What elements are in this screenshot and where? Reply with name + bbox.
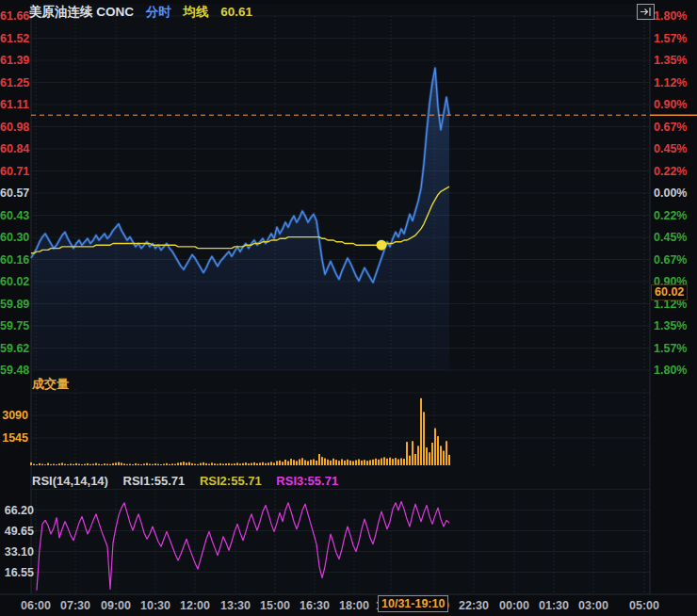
volume-axis-label: 3090: [0, 409, 28, 422]
time-axis-label: 18:00: [339, 599, 369, 612]
percent-axis-label: 0.45%: [654, 231, 687, 244]
percent-axis-label: 1.12%: [654, 76, 687, 89]
rsi-axis-label: 16.55: [0, 566, 34, 579]
price-axis-label: 61.25: [0, 76, 28, 89]
price-axis-label: 59.89: [0, 298, 28, 311]
rsi1-value: RSI1:55.71: [123, 474, 186, 488]
time-axis-label: 12:00: [180, 599, 210, 612]
price-axis-label: 59.62: [0, 342, 28, 355]
time-axis-label: 15:00: [260, 599, 290, 612]
volume-axis-label: 1545: [0, 431, 28, 445]
rsi-axis-label: 33.10: [0, 545, 34, 559]
price-axis-label: 61.11: [0, 98, 28, 111]
time-axis-label: 01:30: [539, 599, 569, 612]
percent-axis-label: 0.67%: [654, 121, 687, 134]
time-axis-label: 03:00: [578, 599, 608, 612]
price-tag-60-02: 60.02: [651, 284, 688, 300]
percent-axis-label: 0.67%: [654, 253, 687, 267]
time-axis-label: 16:30: [300, 599, 330, 612]
time-axis-label: 07:30: [60, 599, 90, 612]
ma-value: 60.61: [220, 5, 252, 19]
rsi-panel-header: RSI(14,14,14) RSI1:55.71 RSI2:55.71 RSI3…: [32, 474, 349, 488]
price-axis-label: 61.66: [0, 9, 28, 23]
price-axis-label: 60.30: [0, 231, 28, 244]
chart-header: 美原油连续 CONC 分时 均线 60.61: [29, 4, 261, 21]
percent-axis-label: 0.00%: [654, 186, 687, 200]
time-axis-label: 22:30: [459, 599, 489, 612]
percent-axis-label: 1.80%: [654, 9, 687, 23]
percent-axis-label: 1.35%: [654, 54, 687, 67]
time-axis-label: 05:00: [629, 599, 659, 612]
rsi-params-label: RSI(14,14,14): [32, 474, 108, 488]
time-axis-label: 09:00: [101, 599, 131, 612]
price-axis-label: 60.84: [0, 142, 28, 155]
percent-axis-label: 1.57%: [654, 32, 687, 45]
percent-axis-label: 1.57%: [654, 342, 687, 355]
price-axis-label: 60.71: [0, 165, 28, 178]
percent-axis-label: 1.80%: [654, 364, 687, 377]
current-time-tag: 10/31-19:10: [378, 595, 448, 612]
rsi-axis-label: 49.65: [0, 525, 34, 538]
price-axis-label: 61.52: [0, 32, 28, 45]
price-axis-label: 60.16: [0, 253, 28, 267]
chart-window: 美原油连续 CONC 分时 均线 60.61 成交量 RSI(14,14,14)…: [0, 0, 697, 616]
price-axis-label: 59.48: [0, 364, 28, 377]
price-axis-label: 60.98: [0, 121, 28, 134]
rsi2-value: RSI2:55.71: [200, 474, 262, 488]
rsi-axis-label: 66.20: [0, 504, 34, 517]
price-axis-label: 59.75: [0, 319, 28, 332]
symbol-name: 美原油连续 CONC: [29, 5, 134, 19]
volume-panel-title: 成交量: [32, 376, 69, 393]
collapse-right-icon[interactable]: [637, 4, 655, 20]
time-axis-label: 06:00: [21, 599, 51, 612]
percent-axis-label: 1.35%: [654, 319, 687, 332]
percent-axis-label: 0.22%: [654, 209, 687, 222]
time-axis-label: 13:30: [220, 599, 251, 612]
tab-minute-mode[interactable]: 分时: [146, 5, 171, 19]
percent-axis-label: 0.45%: [654, 142, 687, 155]
rsi3-value: RSI3:55.71: [276, 474, 338, 488]
axis-labels-layer: 61.6661.5261.3961.2561.1160.9860.8460.71…: [0, 0, 697, 616]
price-axis-label: 61.39: [0, 54, 28, 67]
time-axis-label: 00:00: [499, 599, 529, 612]
time-axis-label: 10:30: [140, 599, 170, 612]
ma-label: 均线: [184, 5, 209, 19]
percent-axis-label: 0.90%: [654, 98, 687, 111]
price-axis-label: 60.02: [0, 275, 28, 288]
price-axis-label: 60.57: [0, 186, 28, 200]
price-axis-label: 60.43: [0, 209, 28, 222]
percent-axis-label: 0.22%: [654, 165, 687, 178]
